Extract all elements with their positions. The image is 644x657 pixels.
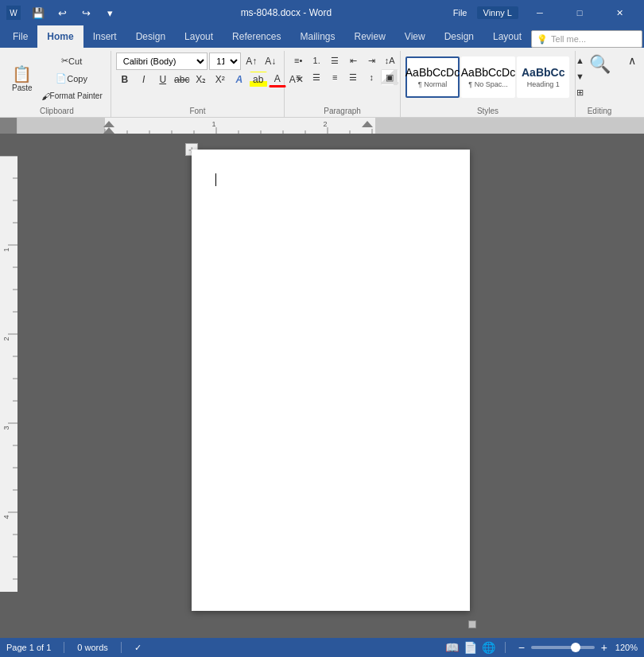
vertical-ruler: 1 2 3 4 bbox=[0, 134, 17, 638]
collapse-ribbon-button[interactable]: ∧ bbox=[623, 52, 641, 68]
font-color-button[interactable]: A bbox=[269, 72, 286, 87]
text-cursor bbox=[215, 173, 216, 186]
zoom-in-button[interactable]: + bbox=[598, 641, 611, 654]
tab-layout[interactable]: Layout bbox=[175, 25, 223, 48]
style-heading1[interactable]: AaBbCc Heading 1 bbox=[517, 56, 569, 98]
font-size-select[interactable]: 11 bbox=[209, 52, 241, 70]
customize-qat-button[interactable]: ▾ bbox=[100, 3, 119, 22]
maximize-button[interactable]: □ bbox=[561, 0, 598, 25]
align-left-button[interactable]: ≡ bbox=[289, 69, 307, 85]
align-center-button[interactable]: ☰ bbox=[308, 69, 325, 85]
redo-button[interactable]: ↪ bbox=[76, 3, 95, 22]
justify-button[interactable]: ☰ bbox=[344, 69, 362, 85]
styles-group: AaBbCcDc ¶ Normal AaBbCcDc ¶ No Spac... … bbox=[401, 51, 576, 117]
font-group: Calibri (Body) 11 A↑ A↓ B I U abc X₂ X² … bbox=[111, 51, 285, 117]
subscript-button[interactable]: X₂ bbox=[192, 72, 210, 87]
no-spacing-preview: AaBbCcDc bbox=[461, 66, 515, 80]
align-right-button[interactable]: ≡ bbox=[326, 69, 343, 85]
tab-view[interactable]: View bbox=[395, 25, 435, 48]
svg-text:2: 2 bbox=[323, 120, 327, 128]
tab-review[interactable]: Review bbox=[344, 25, 394, 48]
status-bar-right: 📖 📄 🌐 − + 120% bbox=[445, 641, 638, 654]
tab-mailings[interactable]: Mailings bbox=[290, 25, 344, 48]
tab-design[interactable]: Design bbox=[126, 25, 175, 48]
cut-button[interactable]: ✂ Cut bbox=[38, 53, 106, 69]
multilevel-button[interactable]: ☰ bbox=[326, 52, 343, 68]
numbering-button[interactable]: 1. bbox=[308, 52, 325, 68]
ribbon-content: 📋 Paste ✂ Cut 📄 Copy 🖌 Format Painter Cl… bbox=[0, 48, 644, 118]
increase-indent-button[interactable]: ⇥ bbox=[363, 52, 380, 68]
superscript-button[interactable]: X² bbox=[211, 72, 229, 87]
svg-text:4: 4 bbox=[2, 515, 10, 519]
line-spacing-button[interactable]: ↕ bbox=[363, 69, 380, 85]
tab-home[interactable]: Home bbox=[37, 25, 83, 48]
word-count: 0 words bbox=[77, 643, 108, 652]
svg-text:1: 1 bbox=[211, 120, 215, 128]
style-normal[interactable]: AaBbCcDc ¶ Normal bbox=[405, 56, 460, 98]
copy-button[interactable]: 📄 Copy bbox=[38, 71, 106, 87]
highlight-button[interactable]: ab bbox=[250, 72, 267, 87]
status-separator bbox=[64, 642, 64, 653]
resize-handle[interactable] bbox=[468, 620, 476, 628]
user-name[interactable]: Vinny L bbox=[477, 6, 519, 19]
style-no-spacing[interactable]: AaBbCcDc ¶ No Spac... bbox=[461, 56, 515, 98]
decrease-indent-button[interactable]: ⇤ bbox=[344, 52, 362, 68]
tab-insert[interactable]: Insert bbox=[83, 25, 126, 48]
zoom-controls: − + 120% bbox=[515, 641, 638, 654]
tab-references[interactable]: References bbox=[223, 25, 290, 48]
proofing-icon[interactable]: ✓ bbox=[134, 643, 142, 653]
underline-button[interactable]: U bbox=[154, 72, 172, 87]
tell-me-placeholder: Tell me... bbox=[551, 34, 586, 44]
horizontal-ruler: 1 2 bbox=[17, 118, 644, 134]
print-layout-button[interactable]: 📄 bbox=[464, 641, 477, 654]
undo-button[interactable]: ↩ bbox=[52, 3, 72, 22]
read-mode-button[interactable]: 📖 bbox=[445, 641, 459, 654]
format-painter-button[interactable]: 🖌 Format Painter bbox=[38, 88, 106, 104]
editing-group: 🔍 Editing bbox=[576, 51, 623, 117]
tell-me-input[interactable]: 💡Tell me... bbox=[531, 30, 642, 48]
document-canvas[interactable]: ⊹ bbox=[17, 134, 644, 638]
sort-button[interactable]: ↕A bbox=[381, 52, 398, 68]
ribbon-tabs: File Home Insert Design Layout Reference… bbox=[0, 25, 644, 48]
shading-button[interactable]: ▣ bbox=[381, 69, 398, 85]
minimize-button[interactable]: ─ bbox=[522, 0, 558, 25]
svg-text:1: 1 bbox=[2, 247, 10, 251]
tab-file[interactable]: File bbox=[3, 25, 37, 48]
close-button[interactable]: ✕ bbox=[601, 0, 638, 25]
title-bar-left: W 💾 ↩ ↪ ▾ bbox=[6, 3, 119, 22]
zoom-separator bbox=[505, 642, 506, 653]
status-bar: Page 1 of 1 0 words ✓ 📖 📄 🌐 − + 120% bbox=[0, 638, 644, 657]
status-separator2 bbox=[121, 642, 122, 653]
document-area: 1 2 3 4 ⊹ bbox=[0, 134, 644, 638]
document-title: ms-8048.docx - Word bbox=[119, 7, 453, 18]
title-bar: W 💾 ↩ ↪ ▾ ms-8048.docx - Word File Vinny… bbox=[0, 0, 644, 25]
bold-button[interactable]: B bbox=[116, 72, 134, 87]
bullets-button[interactable]: ≡• bbox=[289, 52, 307, 68]
paragraph-group: ≡• 1. ☰ ⇤ ⇥ ↕A ¶ ≡ ☰ ≡ ☰ ↕ ▣ ⊞ Paragraph bbox=[285, 51, 401, 117]
zoom-slider-thumb bbox=[571, 643, 580, 652]
italic-button[interactable]: I bbox=[135, 72, 153, 87]
save-button[interactable]: 💾 bbox=[29, 3, 48, 22]
web-layout-button[interactable]: 🌐 bbox=[482, 641, 495, 654]
svg-text:2: 2 bbox=[2, 336, 10, 340]
text-effects-button[interactable]: A bbox=[231, 72, 248, 87]
svg-rect-1 bbox=[375, 118, 644, 134]
decrease-font-button[interactable]: A↓ bbox=[262, 53, 279, 69]
tab-layout2[interactable]: Layout bbox=[483, 25, 531, 48]
table-context-label: File bbox=[453, 8, 467, 17]
paste-button[interactable]: 📋 Paste bbox=[8, 59, 37, 100]
zoom-out-button[interactable]: − bbox=[515, 641, 528, 654]
svg-rect-2 bbox=[105, 118, 375, 134]
zoom-level[interactable]: 120% bbox=[615, 643, 638, 652]
zoom-slider[interactable] bbox=[531, 646, 595, 649]
ruler-corner bbox=[0, 118, 17, 134]
increase-font-button[interactable]: A↑ bbox=[242, 53, 260, 69]
page-count: Page 1 of 1 bbox=[6, 643, 51, 652]
title-bar-right: File Vinny L ─ □ ✕ bbox=[453, 0, 638, 25]
normal-style-preview: AaBbCcDc bbox=[405, 66, 460, 80]
document-page[interactable] bbox=[192, 150, 470, 611]
strikethrough-button[interactable]: abc bbox=[173, 72, 191, 87]
heading1-preview: AaBbCc bbox=[522, 66, 564, 80]
font-family-select[interactable]: Calibri (Body) bbox=[116, 52, 208, 70]
tab-design2[interactable]: Design bbox=[435, 25, 483, 48]
